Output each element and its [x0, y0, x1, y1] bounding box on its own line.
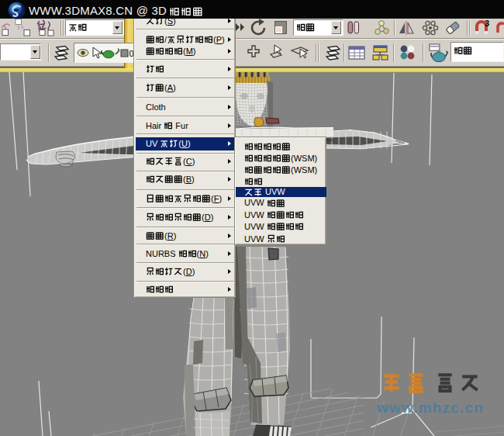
svg-text:k=: k=	[326, 137, 333, 144]
svg-text:3: 3	[485, 19, 489, 28]
